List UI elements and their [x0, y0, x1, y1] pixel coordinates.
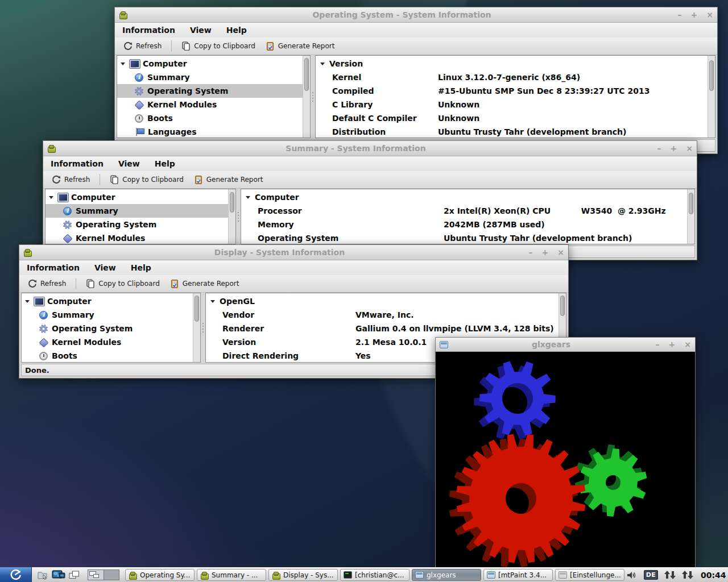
titlebar[interactable]: Operating System - System Information – …: [115, 7, 717, 23]
generate-report-button[interactable]: Generate Report: [262, 40, 339, 52]
tree-item-summary[interactable]: Summary: [22, 308, 193, 322]
expander-icon[interactable]: [121, 63, 125, 65]
tree-item-operating-system[interactable]: Operating System: [46, 218, 228, 231]
tree-scrollbar[interactable]: [303, 56, 310, 138]
menu-information[interactable]: Information: [27, 263, 80, 272]
taskbar-button-einstellungen[interactable]: [Einstellunge...: [555, 569, 624, 581]
taskbar-button-display[interactable]: Display - Sys...: [268, 569, 338, 581]
taskbar-button-glxgears[interactable]: glxgears: [412, 569, 481, 581]
close-button[interactable]: ×: [706, 7, 713, 23]
volume-icon[interactable]: [627, 571, 638, 579]
pager-desktop-1[interactable]: [88, 570, 104, 580]
panel-splitter[interactable]: [236, 189, 241, 244]
close-button[interactable]: ×: [686, 141, 693, 156]
tree-scrollbar[interactable]: [193, 293, 200, 362]
info-row[interactable]: C LibraryUnknown: [316, 98, 708, 111]
network-traffic-icon-2[interactable]: [682, 571, 693, 579]
copy-to-clipboard-button[interactable]: Copy to Clipboard: [82, 277, 163, 290]
panel-splitter[interactable]: [311, 55, 315, 138]
scrollbar-thumb[interactable]: [195, 296, 199, 322]
close-button[interactable]: ×: [557, 245, 564, 260]
maximize-button[interactable]: +: [691, 7, 698, 23]
desktop-screens-icon[interactable]: [52, 570, 65, 580]
tree-item-kernel-modules[interactable]: Kernel Modules: [22, 335, 193, 349]
tree-item-summary[interactable]: Summary: [117, 70, 303, 84]
tree-item-computer[interactable]: Computer: [22, 294, 193, 308]
tree-item-computer[interactable]: Computer: [46, 190, 228, 204]
tree-item-operating-system[interactable]: Operating System: [22, 322, 193, 335]
taskbar-button-terminal[interactable]: [christian@c...: [340, 569, 410, 581]
info-scrollbar[interactable]: [708, 56, 715, 138]
scrollbar-thumb[interactable]: [304, 58, 309, 91]
tree-item-kernel-modules[interactable]: Kernel Modules: [46, 231, 228, 244]
info-row[interactable]: Memory2042MB (287MB used): [241, 218, 687, 231]
minimize-button[interactable]: –: [656, 337, 660, 352]
copy-to-clipboard-button[interactable]: Copy to Clipboard: [106, 173, 187, 186]
titlebar[interactable]: Summary - System Information – + ×: [43, 141, 697, 156]
maximize-button[interactable]: +: [542, 245, 549, 260]
file-manager-icon[interactable]: [38, 571, 48, 580]
minimize-button[interactable]: –: [657, 141, 661, 156]
info-row[interactable]: DistributionUbuntu Trusty Tahr (developm…: [316, 125, 708, 138]
menu-help[interactable]: Help: [131, 263, 151, 272]
refresh-button[interactable]: Refresh: [48, 173, 94, 186]
menu-information[interactable]: Information: [122, 26, 175, 35]
info-row[interactable]: Operating SystemUbuntu Trusty Tahr (deve…: [241, 231, 687, 244]
scrollbar-thumb[interactable]: [230, 192, 234, 213]
group-header[interactable]: OpenGL: [206, 294, 559, 308]
tree-item-operating-system[interactable]: Operating System: [117, 84, 303, 98]
refresh-button[interactable]: Refresh: [119, 40, 166, 52]
maximize-button[interactable]: +: [669, 337, 676, 352]
info-scrollbar[interactable]: [687, 189, 694, 244]
titlebar[interactable]: Display - System Information – + ×: [19, 245, 568, 260]
tree-item-summary[interactable]: Summary: [46, 204, 228, 218]
generate-report-button[interactable]: Generate Report: [166, 277, 243, 290]
minimize-button[interactable]: –: [678, 7, 682, 23]
panel-splitter[interactable]: [201, 293, 205, 363]
menu-help[interactable]: Help: [226, 26, 247, 35]
desktop-pager[interactable]: [88, 569, 119, 580]
expander-icon[interactable]: [210, 300, 215, 303]
copy-to-clipboard-button[interactable]: Copy to Clipboard: [177, 40, 259, 52]
tree-item-kernel-modules[interactable]: Kernel Modules: [117, 98, 303, 111]
start-menu-button[interactable]: [0, 567, 32, 582]
taskbar-button-operating-system[interactable]: Operating Sy...: [125, 569, 195, 581]
tree-item-boots[interactable]: Boots: [117, 111, 303, 125]
group-header[interactable]: Computer: [241, 190, 687, 204]
expander-icon[interactable]: [246, 196, 250, 199]
network-traffic-icon[interactable]: [664, 571, 676, 579]
tree-item-boots[interactable]: Boots: [22, 349, 193, 362]
clock[interactable]: 00:44: [701, 571, 726, 580]
scrollbar-thumb[interactable]: [560, 296, 565, 316]
taskbar-button-summary[interactable]: Summary - ...: [197, 569, 266, 581]
info-row[interactable]: Compiled#15-Ubuntu SMP Sun Dec 8 23:39:2…: [316, 84, 708, 98]
pager-desktop-2[interactable]: [104, 570, 119, 580]
info-row[interactable]: Default C CompilerUnknown: [316, 111, 708, 125]
maximize-button[interactable]: +: [671, 141, 677, 156]
group-header[interactable]: Version: [316, 57, 708, 70]
info-row[interactable]: RendererGallium 0.4 on llvmpipe (LLVM 3.…: [206, 322, 559, 335]
info-row[interactable]: Processor2x Intel(R) Xeon(R) CPU W3540 @…: [241, 204, 687, 218]
keyboard-layout-indicator[interactable]: DE: [644, 570, 658, 580]
expander-icon[interactable]: [49, 196, 53, 199]
info-row[interactable]: KernelLinux 3.12.0-7-generic (x86_64): [316, 70, 708, 84]
info-row[interactable]: VendorVMware, Inc.: [206, 308, 559, 322]
titlebar[interactable]: glxgears – + ×: [436, 338, 695, 352]
scrollbar-thumb[interactable]: [689, 193, 693, 214]
menu-view[interactable]: View: [190, 26, 212, 35]
expander-icon[interactable]: [25, 300, 30, 303]
menu-view[interactable]: View: [118, 159, 140, 168]
menu-information[interactable]: Information: [51, 159, 104, 168]
menu-view[interactable]: View: [94, 263, 116, 272]
tree-scrollbar[interactable]: [228, 189, 235, 244]
desktop[interactable]: Operating System - System Information – …: [0, 0, 728, 582]
minimize-button[interactable]: –: [529, 245, 533, 260]
taskbar-button-mtpaint[interactable]: [mtPaint 3.4...: [483, 569, 553, 581]
tree-item-computer[interactable]: Computer: [117, 57, 303, 70]
menu-help[interactable]: Help: [155, 159, 175, 168]
scrollbar-thumb[interactable]: [709, 60, 714, 91]
expander-icon[interactable]: [320, 63, 325, 65]
iconify-windows-icon[interactable]: [69, 571, 80, 579]
refresh-button[interactable]: Refresh: [24, 277, 70, 290]
generate-report-button[interactable]: Generate Report: [190, 173, 267, 186]
